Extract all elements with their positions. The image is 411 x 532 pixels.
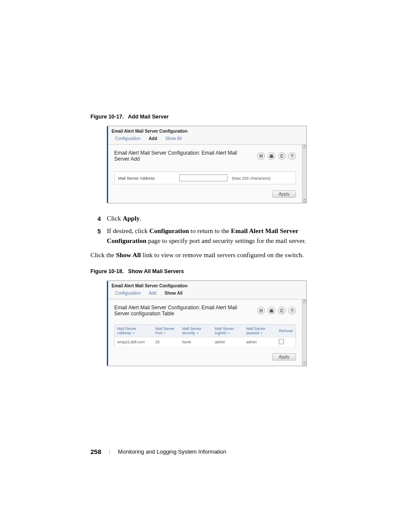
scroll-down-icon[interactable]: ˅ <box>302 361 306 366</box>
scrollbar[interactable]: ˄ ˅ <box>302 145 306 203</box>
cell-port: 25 <box>153 337 179 347</box>
field-label: Mail Server Address <box>118 176 175 180</box>
sort-icon[interactable]: ▼ <box>260 332 263 335</box>
field-hint: (Max 255 characters) <box>232 176 271 180</box>
tab-strip: Configuration Add Show All <box>108 290 306 299</box>
cell-security: None <box>180 337 212 347</box>
col-port[interactable]: Mail Server Port▼ <box>153 325 179 337</box>
apply-button[interactable]: Apply <box>272 353 296 361</box>
print-icon[interactable]: 🖶 <box>268 152 275 160</box>
page-heading: Email Alert Mail Server Configuration: E… <box>114 305 254 317</box>
tab-add[interactable]: Add <box>145 135 160 143</box>
tab-show-all[interactable]: Show All <box>162 135 185 143</box>
refresh-icon[interactable]: C <box>278 152 286 160</box>
col-passwd[interactable]: Mail Server passwd▼ <box>244 325 277 337</box>
window-title: Email Alert Mail Server Configuration <box>108 281 306 290</box>
print-icon[interactable]: 🖶 <box>268 307 275 314</box>
page-number: 258 <box>90 448 101 455</box>
scroll-down-icon[interactable]: ˅ <box>302 199 306 203</box>
page-footer: 258 | Monitoring and Logging System Info… <box>90 448 226 455</box>
cell-passwd: admin <box>244 337 277 347</box>
sort-icon[interactable]: ▼ <box>132 332 135 335</box>
step-number: 5 <box>90 226 101 246</box>
tab-add[interactable]: Add <box>145 290 160 297</box>
cell-login: admin <box>212 337 244 347</box>
sort-icon[interactable]: ▼ <box>196 332 199 335</box>
cell-address: smtp22.dell.com <box>115 337 153 347</box>
footer-divider: | <box>109 448 110 455</box>
step-body: Click Apply. <box>107 214 321 224</box>
sort-icon[interactable]: ▼ <box>163 332 166 335</box>
table-row: smtp22.dell.com 25 None admin admin <box>115 337 296 347</box>
tab-strip: Configuration Add Show All <box>108 135 306 144</box>
tab-configuration[interactable]: Configuration <box>112 135 144 143</box>
step-body: If desired, click Configuration to retur… <box>107 226 321 246</box>
figure-17-screenshot: Email Alert Mail Server Configuration Co… <box>108 126 307 203</box>
step-5: 5 If desired, click Configuration to ret… <box>90 226 321 246</box>
window-title: Email Alert Mail Server Configuration <box>108 126 306 135</box>
table-header-row: Mail Server Address▼ Mail Server Port▼ M… <box>115 325 296 337</box>
step-4: 4 Click Apply. <box>90 214 321 224</box>
form-row: Mail Server Address (Max 255 characters) <box>114 171 296 184</box>
figure-18-caption: Figure 10-18. Show All Mali Servers <box>90 268 321 274</box>
col-security[interactable]: Mail Server security▼ <box>180 325 212 337</box>
instruction-steps: 4 Click Apply. 5 If desired, click Confi… <box>90 214 321 246</box>
save-icon[interactable]: H <box>257 152 265 160</box>
mail-server-address-input[interactable] <box>179 174 227 181</box>
save-icon[interactable]: H <box>257 307 265 314</box>
col-address[interactable]: Mail Server Address▼ <box>115 325 153 337</box>
col-login[interactable]: Mail Server loginID▼ <box>212 325 244 337</box>
scroll-up-icon[interactable]: ˄ <box>302 299 306 304</box>
footer-section-title: Monitoring and Logging System Informatio… <box>118 448 226 455</box>
tab-configuration[interactable]: Configuration <box>112 290 144 297</box>
sort-icon[interactable]: ▼ <box>227 332 230 335</box>
figure-18-screenshot: Email Alert Mail Server Configuration Co… <box>108 280 307 366</box>
apply-button[interactable]: Apply <box>272 190 296 198</box>
scrollbar[interactable]: ˄ ˅ <box>302 299 306 366</box>
page-heading: Email Alert Mail Server Configuration: E… <box>114 150 254 162</box>
figure-17-caption: Figure 10-17. Add Mail Server <box>90 114 321 120</box>
instruction-paragraph: Click the Show All link to view or remov… <box>90 250 321 260</box>
step-number: 4 <box>90 214 101 224</box>
refresh-icon[interactable]: C <box>278 307 286 314</box>
remove-checkbox[interactable] <box>279 339 284 344</box>
mail-server-table: Mail Server Address▼ Mail Server Port▼ M… <box>114 324 296 347</box>
col-remove: Remove <box>276 325 296 337</box>
help-icon[interactable]: ? <box>288 307 296 314</box>
tab-show-all[interactable]: Show All <box>161 290 186 297</box>
scroll-up-icon[interactable]: ˄ <box>302 145 306 149</box>
help-icon[interactable]: ? <box>288 152 296 160</box>
cell-remove <box>276 337 296 347</box>
